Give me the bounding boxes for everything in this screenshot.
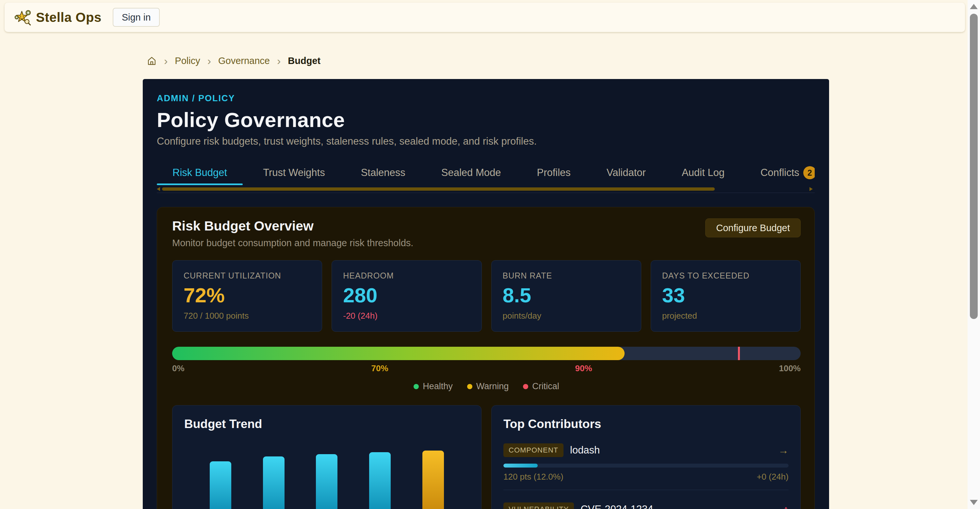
gauge-critical-marker <box>738 347 740 360</box>
page-scrollbar-thumb[interactable] <box>970 14 978 319</box>
breadcrumb-budget: Budget <box>288 55 320 66</box>
top-contributors-title: Top Contributors <box>503 417 789 431</box>
breadcrumb: › Policy › Governance › Budget <box>147 52 320 70</box>
overview-subtitle: Monitor budget consumption and manage ri… <box>172 238 413 249</box>
tab-audit-log[interactable]: Audit Log <box>666 160 740 185</box>
tabs-scrollbar[interactable] <box>157 187 815 191</box>
tabs-scroll-right-icon[interactable] <box>810 187 813 191</box>
tabs-divider <box>157 193 815 193</box>
contribution-bar <box>503 464 789 468</box>
top-contributors-card: Top Contributors COMPONENT lodash → <box>491 405 801 509</box>
tab-staleness[interactable]: Staleness <box>345 160 421 185</box>
trend-bar <box>263 457 285 509</box>
app-window: Stella Ops Sign in › Policy › Governance… <box>0 0 980 509</box>
arrow-right-icon: → <box>778 444 789 457</box>
legend-warning: Warning <box>467 381 509 392</box>
tabs-scrollbar-thumb[interactable] <box>162 187 715 191</box>
divider <box>503 490 789 490</box>
contributor-lodash[interactable]: COMPONENT lodash → 120 pts (12.0%) +0 (2… <box>503 443 789 490</box>
legend-healthy: Healthy <box>414 381 453 392</box>
tab-bar: Risk Budget Trust Weights Staleness Seal… <box>157 160 815 185</box>
warning-dot-icon <box>467 384 473 389</box>
tab-profiles[interactable]: Profiles <box>521 160 586 185</box>
utilization-gauge <box>172 347 801 360</box>
section-eyebrow: ADMIN / POLICY <box>157 94 815 103</box>
healthy-dot-icon <box>414 384 419 389</box>
type-chip: COMPONENT <box>503 443 563 457</box>
topbar: Stella Ops Sign in <box>5 3 965 32</box>
tab-sealed-mode[interactable]: Sealed Mode <box>426 160 517 185</box>
tab-validator[interactable]: Validator <box>591 160 662 185</box>
sign-in-button[interactable]: Sign in <box>113 8 160 27</box>
stat-headroom: HEADROOM 280 -20 (24h) <box>332 260 482 332</box>
budget-trend-chart <box>184 434 469 509</box>
budget-trend-card: Budget Trend 12/1 12/8 12/15 12/22 12/29 <box>172 405 482 509</box>
trend-bar <box>422 450 444 509</box>
breadcrumb-separator: › <box>277 55 281 66</box>
arrow-up-icon: ↑ <box>783 503 789 509</box>
gauge-threshold-labels: 0% 70% 90% 100% <box>172 363 801 374</box>
legend-critical: Critical <box>523 381 559 392</box>
stats-row: CURRENT UTILIZATION 72% 720 / 1000 point… <box>172 260 801 332</box>
contributor-cve-2024-1234[interactable]: VULNERABILITY CVE-2024-1234 ↑ 95 pts (9.… <box>503 503 789 509</box>
breadcrumb-separator: › <box>207 55 211 66</box>
trend-bar <box>369 452 391 509</box>
trend-bar <box>210 461 231 509</box>
conflicts-count-badge: 2 <box>803 166 815 179</box>
brand-name: Stella Ops <box>36 10 102 25</box>
gauge-fill <box>172 347 625 360</box>
budget-trend-title: Budget Trend <box>184 417 469 431</box>
trend-bar <box>316 454 337 509</box>
gauge-legend: Healthy Warning Critical <box>172 381 801 392</box>
tabs-scroll-left-icon[interactable] <box>157 187 160 191</box>
breadcrumb-separator: › <box>164 55 167 66</box>
page-title: Policy Governance <box>157 108 815 132</box>
page-scrollbar[interactable] <box>967 0 980 509</box>
breadcrumb-governance[interactable]: Governance <box>218 55 270 66</box>
tab-conflicts[interactable]: Conflicts 2 <box>745 160 815 185</box>
brand[interactable]: Stella Ops <box>14 9 102 26</box>
tab-risk-budget[interactable]: Risk Budget <box>157 160 243 185</box>
breadcrumb-policy[interactable]: Policy <box>175 55 200 66</box>
configure-budget-button[interactable]: Configure Budget <box>705 219 801 237</box>
overview-title: Risk Budget Overview <box>172 219 413 234</box>
scroll-up-icon[interactable] <box>970 4 978 9</box>
critical-dot-icon <box>523 384 528 389</box>
scroll-down-icon[interactable] <box>970 500 978 505</box>
stat-burn-rate: BURN RATE 8.5 points/day <box>491 260 641 332</box>
policy-governance-panel: ADMIN / POLICY Policy Governance Configu… <box>143 79 829 509</box>
page-subtitle: Configure risk budgets, trust weights, s… <box>157 135 815 147</box>
type-chip: VULNERABILITY <box>503 503 574 509</box>
stella-ops-logo-icon <box>14 9 31 26</box>
tab-trust-weights[interactable]: Trust Weights <box>247 160 341 185</box>
home-icon[interactable] <box>147 56 157 66</box>
stat-current-utilization: CURRENT UTILIZATION 72% 720 / 1000 point… <box>172 260 322 332</box>
stat-days-to-exceeded: DAYS TO EXCEEDED 33 projected <box>651 260 801 332</box>
risk-budget-overview-card: Risk Budget Overview Monitor budget cons… <box>157 207 815 509</box>
